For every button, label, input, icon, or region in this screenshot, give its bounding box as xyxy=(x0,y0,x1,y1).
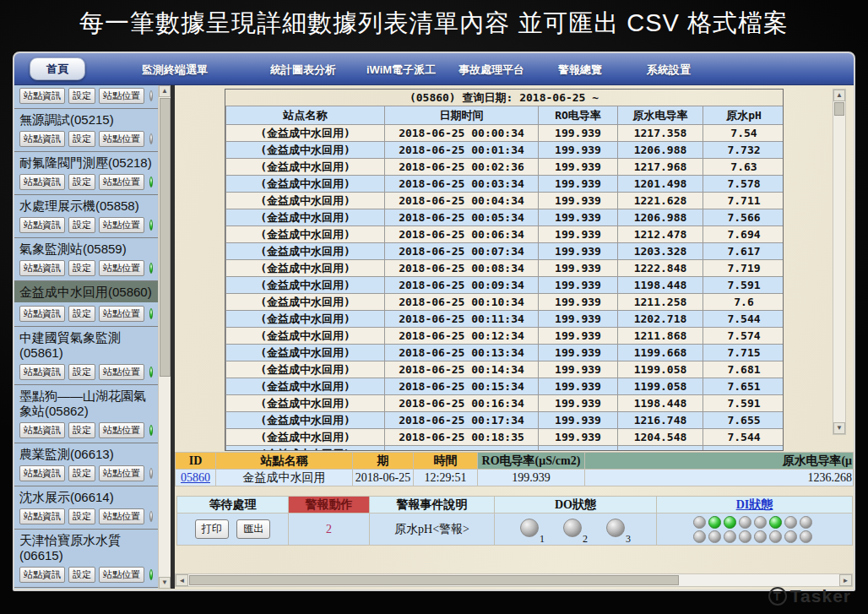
station-location-button[interactable]: 站點位置 xyxy=(99,422,144,438)
alarm-column-header[interactable]: DI狀態 xyxy=(657,497,853,513)
station-name[interactable]: 氣象監測站(05859) xyxy=(19,242,153,257)
scroll-down-button[interactable]: ▼ xyxy=(159,577,171,589)
cell: 1206.988 xyxy=(618,209,703,226)
station-set-button[interactable]: 設定 xyxy=(68,508,95,524)
summary-table: ID站點名稱期時間RO电导率(μS/cm2)原水电导率(μ 05860 金益成中… xyxy=(175,452,854,486)
di-orb xyxy=(784,530,797,543)
cell: 2018-06-25 00:13:34 xyxy=(385,345,539,361)
station-info-button[interactable]: 站點資訊 xyxy=(19,260,65,276)
station-item[interactable]: 站點資訊設定站點位置 xyxy=(14,85,158,109)
station-set-button[interactable]: 設定 xyxy=(68,131,95,147)
station-name[interactable]: 農業監測(06613) xyxy=(19,447,153,462)
station-id-link[interactable]: 05860 xyxy=(181,471,210,484)
station-item[interactable]: 農業監測(06613)站點資訊設定站點位置 xyxy=(14,443,158,486)
station-set-button[interactable]: 設定 xyxy=(68,364,95,380)
sidebar-scrollbar[interactable]: ▲ ▼ xyxy=(158,85,171,589)
table-scrollbar[interactable]: ▲ ▼ xyxy=(833,89,846,435)
station-location-button[interactable]: 站點位置 xyxy=(99,508,144,524)
nav-tab[interactable]: 警報總覽 xyxy=(558,62,602,78)
station-location-button[interactable]: 站點位置 xyxy=(99,465,144,481)
station-item[interactable]: 沈水展示(06614)站點資訊設定站點位置 xyxy=(14,486,158,530)
station-set-button[interactable]: 設定 xyxy=(68,88,95,104)
station-info-button[interactable]: 站點資訊 xyxy=(19,217,65,233)
station-location-button[interactable]: 站點位置 xyxy=(99,364,144,380)
station-name[interactable]: 墨點狗——山湖花園氣象站(05862) xyxy=(19,389,153,419)
station-set-button[interactable]: 設定 xyxy=(68,306,95,322)
scroll-thumb[interactable] xyxy=(160,98,171,377)
station-info-button[interactable]: 站點資訊 xyxy=(19,88,65,104)
station-location-button[interactable]: 站點位置 xyxy=(99,88,144,104)
navbar: 首頁 監測終端選單統計圖表分析iWiM電子派工事故處理平台警報總覽系統設置 xyxy=(14,53,854,85)
station-name[interactable]: 中建國貿氣象監測(05861) xyxy=(19,330,153,361)
station-set-button[interactable]: 設定 xyxy=(68,174,95,190)
station-info-button[interactable]: 站點資訊 xyxy=(19,508,65,524)
station-location-button[interactable]: 站點位置 xyxy=(99,174,144,190)
nav-tab[interactable]: 系統設置 xyxy=(647,62,691,78)
station-location-button[interactable]: 站點位置 xyxy=(99,260,144,276)
station-name[interactable]: 耐氟隆閥門測壓(05218) xyxy=(19,155,153,171)
alarm-count: 2 xyxy=(326,523,332,535)
cell: 7.544 xyxy=(703,311,784,328)
station-set-button[interactable]: 設定 xyxy=(68,217,95,233)
station-set-button[interactable]: 設定 xyxy=(68,567,95,583)
scroll-right-button[interactable]: ► xyxy=(839,574,852,586)
station-name[interactable]: 金益成中水回用(05860) xyxy=(14,281,158,302)
nav-tab[interactable]: 統計圖表分析 xyxy=(270,62,336,78)
cell: 1222.848 xyxy=(618,260,703,277)
station-location-button[interactable]: 站點位置 xyxy=(99,306,144,322)
cell: 7.694 xyxy=(703,226,784,243)
scroll-up-button[interactable]: ▲ xyxy=(833,90,845,101)
nav-tab[interactable]: 監測終端選單 xyxy=(142,62,208,78)
station-set-button[interactable]: 設定 xyxy=(68,260,95,276)
station-name[interactable]: 天津怡寶原水水質(06615) xyxy=(19,533,153,563)
station-item[interactable]: 耐氟隆閥門測壓(05218)站點資訊設定站點位置 xyxy=(14,152,158,195)
table-row: (金益成中水回用)2018-06-25 00:01:34199.9391206.… xyxy=(226,142,784,159)
station-location-button[interactable]: 站點位置 xyxy=(99,217,144,233)
tab-home[interactable]: 首頁 xyxy=(30,57,85,80)
station-item[interactable]: 中建國貿氣象監測(05861)站點資訊設定站點位置 xyxy=(14,327,158,385)
cell: 1217.358 xyxy=(618,125,703,142)
scroll-down-button[interactable]: ▼ xyxy=(833,422,845,434)
table-row: (金益成中水回用)2018-06-25 00:14:34199.9391199.… xyxy=(226,361,784,378)
scroll-left-button[interactable]: ◄ xyxy=(176,574,188,586)
cell: 1211.258 xyxy=(618,294,703,311)
station-item[interactable]: 無源調試(05215)站點資訊設定站點位置 xyxy=(14,109,158,152)
station-info-button[interactable]: 站點資訊 xyxy=(19,306,65,322)
nav-tab[interactable]: 事故處理平台 xyxy=(458,62,524,78)
export-button[interactable]: 匯出 xyxy=(236,519,270,539)
station-info-button[interactable]: 站點資訊 xyxy=(19,174,65,190)
station-item[interactable]: 氣象監測站(05859)站點資訊設定站點位置 xyxy=(14,238,158,281)
station-item[interactable]: 水處理展示機(05858)站點資訊設定站點位置 xyxy=(14,195,158,238)
station-item[interactable]: 金益成中水回用(05860)站點資訊設定站點位置 xyxy=(14,281,158,327)
station-item[interactable]: 天津怡寶原水水質(06615)站點資訊設定站點位置 xyxy=(14,530,158,588)
cell: 199.939 xyxy=(539,345,618,361)
horizontal-scrollbar[interactable]: ◄ ► xyxy=(175,573,853,587)
cell: 199.939 xyxy=(539,412,618,429)
station-set-button[interactable]: 設定 xyxy=(68,465,95,481)
print-button[interactable]: 打印 xyxy=(195,519,229,539)
station-location-button[interactable]: 站點位置 xyxy=(99,131,144,147)
station-info-button[interactable]: 站點資訊 xyxy=(19,131,65,147)
station-set-button[interactable]: 設定 xyxy=(68,422,95,438)
station-info-button[interactable]: 站點資訊 xyxy=(19,422,65,438)
cell: 7.651 xyxy=(703,378,784,395)
station-item[interactable]: 天津產水1號線(06616)站點資訊設定站點位置 xyxy=(14,588,158,589)
cell: 1198.448 xyxy=(618,395,703,412)
nav-tab[interactable]: iWiM電子派工 xyxy=(366,62,436,78)
station-info-button[interactable]: 站點資訊 xyxy=(19,567,65,583)
screen: 每一筆數據呈現詳細數據列表清單內容 並可匯出 CSV 格式檔案 首頁 監測終端選… xyxy=(0,0,868,614)
station-name[interactable]: 水處理展示機(05858) xyxy=(19,198,153,214)
station-name[interactable]: 無源調試(05215) xyxy=(19,112,153,128)
station-info-button[interactable]: 站點資訊 xyxy=(19,465,65,481)
cell: (金益成中水回用) xyxy=(226,412,385,429)
station-location-button[interactable]: 站點位置 xyxy=(99,567,144,583)
scroll-thumb[interactable] xyxy=(834,102,844,116)
cell: 7.6 xyxy=(703,294,784,311)
scroll-up-button[interactable]: ▲ xyxy=(159,85,171,97)
station-name[interactable]: 沈水展示(06614) xyxy=(19,490,153,505)
cell: 2018-06-25 00:11:34 xyxy=(385,311,539,328)
station-info-button[interactable]: 站點資訊 xyxy=(19,364,65,380)
station-item[interactable]: 墨點狗——山湖花園氣象站(05862)站點資訊設定站點位置 xyxy=(14,385,158,443)
cell: 1211.868 xyxy=(618,328,703,345)
scroll-thumb[interactable] xyxy=(189,575,679,585)
